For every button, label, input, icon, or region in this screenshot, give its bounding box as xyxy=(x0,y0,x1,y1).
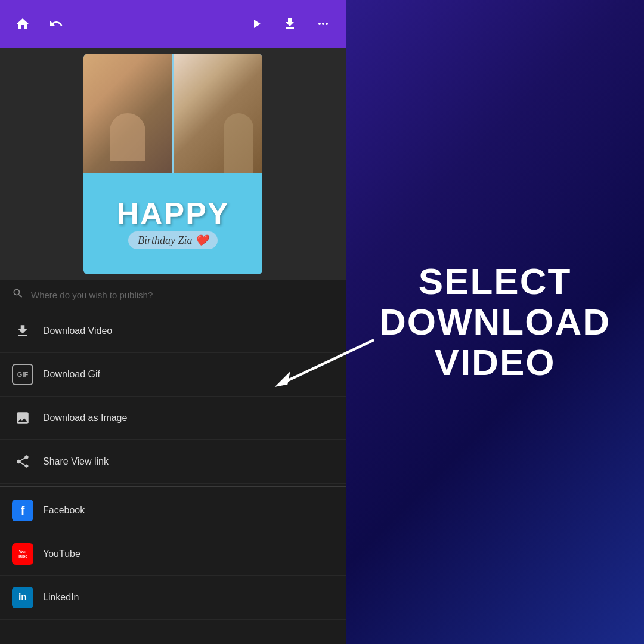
more-button[interactable] xyxy=(312,13,334,35)
share-link-item[interactable]: Share View link xyxy=(0,440,346,484)
preview-area: HAPPY Birthday Zia ❤️ xyxy=(0,48,346,280)
photo-right xyxy=(174,54,263,173)
download-button[interactable] xyxy=(279,13,301,35)
top-bar xyxy=(0,0,346,48)
share-link-label: Share View link xyxy=(43,456,109,467)
right-panel: SELECT DOWNLOAD VIDEO xyxy=(346,0,644,644)
search-icon xyxy=(12,287,24,302)
download-image-label: Download as Image xyxy=(43,413,127,423)
search-placeholder: Where do you wish to publish? xyxy=(31,290,153,300)
share-icon xyxy=(12,451,33,472)
download-gif-label: Download Gif xyxy=(43,369,100,380)
search-area: Where do you wish to publish? xyxy=(0,280,346,309)
linkedin-icon: in xyxy=(12,587,33,608)
gif-badge: GIF xyxy=(12,364,33,385)
youtube-label: YouTube xyxy=(43,549,80,559)
download-video-item[interactable]: Download Video xyxy=(0,309,346,353)
play-button[interactable] xyxy=(246,13,267,35)
menu-list: Download Video GIF Download Gif Download… xyxy=(0,309,346,644)
callout-line1: SELECT xyxy=(370,261,620,302)
linkedin-item[interactable]: in LinkedIn xyxy=(0,576,346,620)
youtube-item[interactable]: You Tube YouTube xyxy=(0,532,346,576)
happy-text: HAPPY xyxy=(116,198,229,229)
callout-line2: DOWNLOAD VIDEO xyxy=(370,302,620,383)
top-bar-right xyxy=(246,13,334,35)
birthday-text-wrap: Birthday Zia ❤️ xyxy=(128,231,218,249)
facebook-icon: f xyxy=(12,500,33,521)
download-gif-item[interactable]: GIF Download Gif xyxy=(0,353,346,397)
birthday-text: Birthday Zia ❤️ xyxy=(138,234,208,246)
download-video-label: Download Video xyxy=(43,326,112,336)
home-button[interactable] xyxy=(12,13,33,35)
back-button[interactable] xyxy=(45,13,67,35)
gif-icon: GIF xyxy=(12,364,33,385)
divider xyxy=(0,486,346,487)
facebook-label: Facebook xyxy=(43,505,85,516)
select-text: SELECT DOWNLOAD VIDEO xyxy=(370,261,620,383)
top-bar-left xyxy=(12,13,67,35)
left-panel: HAPPY Birthday Zia ❤️ Where do you wish … xyxy=(0,0,346,644)
photo-left xyxy=(83,54,172,173)
facebook-item[interactable]: f Facebook xyxy=(0,489,346,532)
image-icon xyxy=(12,407,33,429)
download-video-icon xyxy=(12,320,33,342)
birthday-card: HAPPY Birthday Zia ❤️ xyxy=(83,54,262,274)
card-photos xyxy=(83,54,262,173)
card-bottom: HAPPY Birthday Zia ❤️ xyxy=(83,173,262,274)
download-image-item[interactable]: Download as Image xyxy=(0,397,346,440)
linkedin-label: LinkedIn xyxy=(43,592,79,603)
youtube-icon: You Tube xyxy=(12,543,33,565)
